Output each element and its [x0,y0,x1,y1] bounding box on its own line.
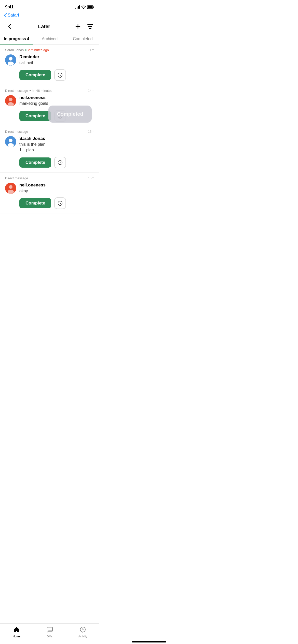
tab-in-progress[interactable]: In progress4 [0,34,33,44]
item-duration: 14m [88,89,94,93]
avatar [5,95,16,106]
svg-point-7 [60,73,61,74]
item-content: Sarah Jonas this is the plan1. plan [5,136,94,153]
item-duration: 15m [88,176,94,180]
safari-label: Safari [8,13,19,18]
complete-button[interactable]: Complete [19,198,51,208]
add-button[interactable] [74,22,82,31]
item-name: neil.oneness [19,95,94,100]
svg-point-9 [9,98,12,101]
item-body: this is the plan1. plan [19,142,94,153]
complete-button[interactable]: Complete [19,111,51,121]
list-item: Direct message 15m Sarah Jonas this is t… [0,126,99,173]
app-header: Later [0,20,99,34]
remind-button[interactable] [54,157,66,168]
item-content: neil.oneness okay [5,183,94,194]
item-content: Reminder call neil [5,54,94,66]
svg-point-15 [8,143,14,147]
svg-point-4 [9,57,12,61]
signal-icon [75,6,80,9]
safari-nav[interactable]: Safari [0,13,99,20]
item-body: call neil [19,60,94,66]
item-name: Reminder [19,54,94,60]
svg-point-20 [8,190,14,194]
item-time-label: In 46 minutes [32,89,52,93]
remind-button[interactable] [54,69,66,81]
item-actions: Complete [19,69,94,81]
item-body: okay [19,188,94,194]
svg-point-10 [8,102,14,106]
tab-archived[interactable]: Archived [33,34,66,44]
item-name: neil.oneness [19,183,94,188]
battery-icon [87,5,94,9]
item-meta: Direct message In 46 minutes 14m [5,89,94,93]
item-meta: Sarah Jonas 2 minutes ago 11m [5,48,94,52]
svg-point-19 [9,185,12,189]
remind-button[interactable] [54,197,66,209]
status-bar: 9:41 [0,0,99,13]
item-name: Sarah Jonas [19,136,94,141]
item-source: Direct message [5,130,28,134]
status-dot [30,90,31,91]
list-item: Direct message 15m neil.oneness okay Com… [0,173,99,213]
item-source: Direct message [5,89,28,93]
svg-point-17 [60,160,61,161]
filter-button[interactable] [86,22,94,31]
tooltip-popup: Completed [48,106,92,123]
avatar [5,183,16,194]
safari-back-button[interactable]: Safari [4,13,19,18]
tooltip-text: Completed [57,111,83,117]
page-title: Later [38,24,50,30]
item-time-label: 2 minutes ago [28,48,49,52]
item-duration: 11m [88,48,94,52]
item-list: Sarah Jonas 2 minutes ago 11m Reminder c… [0,45,99,213]
item-duration: 15m [88,130,94,134]
list-item: Direct message In 46 minutes 14m neil.on… [0,85,99,126]
status-time: 9:41 [5,5,13,10]
complete-button[interactable]: Complete [19,157,51,168]
status-dot [25,49,26,51]
svg-point-14 [9,139,12,142]
item-source: Sarah Jonas [5,48,24,52]
back-button[interactable] [5,22,14,31]
item-content: neil.oneness marketing goals [5,95,94,106]
complete-button[interactable]: Complete [19,70,51,80]
svg-rect-1 [93,7,94,8]
item-actions: Complete [19,157,94,168]
status-icons [75,5,94,9]
item-actions: Complete [19,197,94,209]
avatar [5,136,16,147]
svg-rect-2 [88,6,93,8]
svg-point-22 [60,201,61,201]
item-meta: Direct message 15m [5,130,94,134]
list-item: Sarah Jonas 2 minutes ago 11m Reminder c… [0,45,99,85]
header-actions [74,22,94,31]
avatar [5,54,16,66]
item-source: Direct message [5,176,28,180]
item-meta: Direct message 15m [5,176,94,180]
wifi-icon [82,6,86,9]
svg-point-5 [8,62,14,66]
tabs: In progress4 Archived Completed [0,34,99,45]
tab-completed[interactable]: Completed [66,34,99,44]
